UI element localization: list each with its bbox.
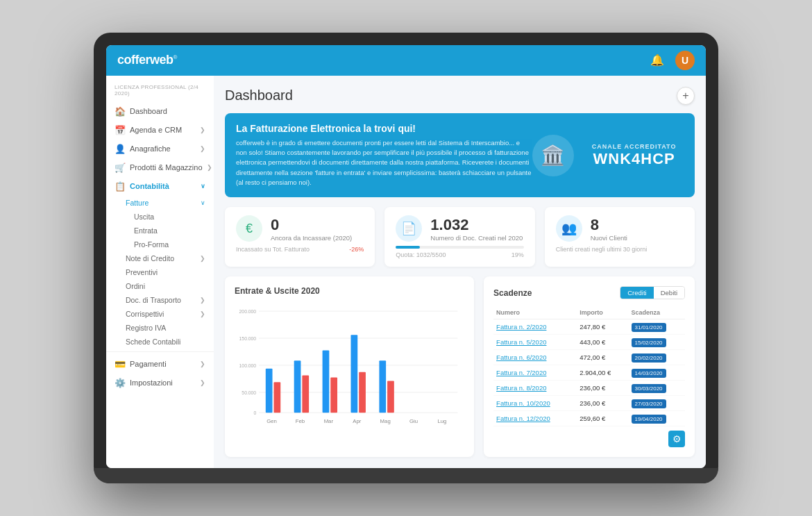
chevron-anagrafiche: ❯ <box>200 145 205 152</box>
svg-text:Gen: Gen <box>267 418 277 424</box>
col-scadenza: Scadenza <box>629 306 685 319</box>
tab-crediti[interactable]: Crediti <box>620 287 653 299</box>
chart-title: Entrate & Uscite 2020 <box>235 286 464 296</box>
sidebar-item-registro-iva[interactable]: Registro IVA <box>126 321 214 335</box>
sidebar-license: LICENZA PROFESSIONAL (2/4 2020) <box>106 81 214 102</box>
notification-bell[interactable]: 🔔 <box>648 51 667 70</box>
fattura-link-2[interactable]: Fattura n. 6/2020 <box>493 350 577 365</box>
bottom-row: Entrate & Uscite 2020 200.000 <box>225 276 695 457</box>
sidebar-label-entrata: Entrata <box>134 226 158 235</box>
add-button[interactable]: + <box>677 87 695 105</box>
sidebar-label-dashboard: Dashboard <box>130 107 167 115</box>
sidebar-item-doc-trasporto[interactable]: Doc. di Trasporto ❯ <box>126 293 214 307</box>
dashboard-icon: 🏠 <box>115 106 126 117</box>
sidebar-label-uscita: Uscita <box>134 213 154 221</box>
svg-text:0: 0 <box>253 410 256 415</box>
fattura-link-1[interactable]: Fattura n. 5/2020 <box>493 335 577 350</box>
svg-rect-17 <box>359 372 366 413</box>
sidebar-item-prodotti[interactable]: 🛒 Prodotti & Magazzino ❯ <box>106 158 214 177</box>
sidebar-label-prodotti: Prodotti & Magazzino <box>130 163 203 172</box>
col-importo: Importo <box>577 306 628 319</box>
sidebar-sub-contabilita: Fatture ∨ Uscita Entrata Pro-Forma <box>106 196 214 349</box>
svg-text:100.000: 100.000 <box>239 363 257 368</box>
col-numero: Numero <box>493 306 577 319</box>
svg-rect-13 <box>302 376 309 413</box>
contabilita-icon: 📋 <box>115 181 126 192</box>
fattura-link-5[interactable]: Fattura n. 10/2020 <box>493 396 577 411</box>
svg-text:Lug: Lug <box>437 418 446 424</box>
svg-rect-19 <box>387 381 394 413</box>
chart-card: Entrate & Uscite 2020 200.000 <box>225 276 474 457</box>
chevron-doc: ❯ <box>200 297 205 303</box>
sidebar-label-proforma: Pro-Forma <box>134 240 169 249</box>
stat-label-clienti: Nuovi Clienti <box>591 234 627 242</box>
chevron-fatture: ∨ <box>201 199 205 206</box>
sidebar-item-preventivi[interactable]: Preventivi <box>126 265 214 279</box>
sidebar-item-ordini[interactable]: Ordini <box>126 279 214 293</box>
progress-bar-wrap <box>396 246 523 249</box>
stat-card-incassare: € 0 Ancora da Incassare (2020) Incassato… <box>225 207 375 267</box>
promo-body: cofferweb è in grado di emettere documen… <box>236 138 532 188</box>
stat-label-incassare: Ancora da Incassare (2020) <box>271 234 352 242</box>
fattura-link-4[interactable]: Fattura n. 8/2020 <box>493 381 577 396</box>
sidebar-item-agenda[interactable]: 📅 Agenda e CRM ❯ <box>106 121 214 140</box>
stat-top-incassare: € 0 Ancora da Incassare (2020) <box>236 215 364 242</box>
sidebar-label-doc-trasporto: Doc. di Trasporto <box>126 296 181 304</box>
sidebar-label-fatture: Fatture <box>126 199 149 207</box>
sidebar-item-impostazioni[interactable]: ⚙️ Impostazioni ❯ <box>106 374 214 392</box>
scadenze-title: Scadenze <box>493 288 532 298</box>
tab-group-scadenze: Crediti Debiti <box>620 286 685 299</box>
fattura-link-0[interactable]: Fattura n. 2/2020 <box>493 319 577 335</box>
promo-logo: 🏛️ <box>532 135 574 176</box>
user-avatar[interactable]: U <box>675 51 695 70</box>
sidebar-item-note-credito[interactable]: Note di Credito ❯ <box>126 251 214 265</box>
chevron-corr: ❯ <box>200 310 205 317</box>
fattura-date-4: 30/03/2020 <box>629 381 685 396</box>
sidebar-item-dashboard[interactable]: 🏠 Dashboard <box>106 102 214 121</box>
euro-icon: € <box>236 215 262 242</box>
tab-debiti[interactable]: Debiti <box>654 287 684 299</box>
svg-rect-12 <box>294 360 301 413</box>
chevron-contabilita: ∨ <box>201 183 205 190</box>
sidebar-label-ordini: Ordini <box>126 282 145 290</box>
sidebar-item-schede-contabili[interactable]: Schede Contabili <box>126 335 214 349</box>
fattura-date-1: 15/02/2020 <box>629 335 685 350</box>
table-row: Fattura n. 12/2020 259,60 € 19/04/2020 <box>493 411 685 426</box>
sidebar-item-proforma[interactable]: Pro-Forma <box>134 238 214 251</box>
stat-sub-docs: Quota: 1032/5500 19% <box>396 251 523 258</box>
table-row: Fattura n. 5/2020 443,00 € 15/02/2020 <box>493 335 685 350</box>
sidebar-item-pagamenti[interactable]: 💳 Pagamenti ❯ <box>106 355 214 374</box>
stat-sub-incassare: Incassato su Tot. Fatturato -26% <box>236 246 364 253</box>
pagamenti-icon: 💳 <box>115 359 126 369</box>
table-row: Fattura n. 10/2020 236,00 € 27/03/2020 <box>493 396 685 411</box>
svg-rect-10 <box>266 369 273 413</box>
fattura-link-6[interactable]: Fattura n. 12/2020 <box>493 411 577 426</box>
gear-button[interactable]: ⚙ <box>668 431 685 447</box>
sidebar-item-entrata[interactable]: Entrata <box>134 224 214 238</box>
svg-text:50.000: 50.000 <box>242 390 256 395</box>
sidebar-item-corrispettivi[interactable]: Corrispettivi ❯ <box>126 307 214 321</box>
agenda-icon: 📅 <box>115 125 126 135</box>
sidebar-item-contabilita[interactable]: 📋 Contabilità ∨ <box>106 177 214 196</box>
sidebar-label-agenda: Agenda e CRM <box>130 126 182 134</box>
sidebar-item-uscita[interactable]: Uscita <box>134 210 214 224</box>
fattura-date-0: 31/01/2020 <box>629 319 685 335</box>
stat-num-docs: 1.032 <box>430 216 523 234</box>
fattura-link-3[interactable]: Fattura n. 7/2020 <box>493 365 577 381</box>
fattura-amount-6: 259,60 € <box>577 411 628 426</box>
sidebar-item-anagrafiche[interactable]: 👤 Anagrafiche ❯ <box>106 140 214 158</box>
quota-pct: 19% <box>511 251 524 258</box>
svg-rect-15 <box>330 378 337 413</box>
scadenze-card: Scadenze Crediti Debiti Numero Importo <box>484 276 695 457</box>
fattura-date-3: 14/03/2020 <box>629 365 685 381</box>
svg-text:150.000: 150.000 <box>239 336 257 341</box>
main-content: Dashboard + La Fatturazione Elettronica … <box>214 76 706 468</box>
progress-bar-fill <box>396 246 420 249</box>
svg-rect-16 <box>350 335 357 413</box>
fattura-date-6: 19/04/2020 <box>629 411 685 426</box>
sidebar-item-fatture[interactable]: Fatture ∨ <box>126 196 214 210</box>
sidebar-label-contabilita: Contabilità <box>130 182 169 190</box>
svg-text:Mag: Mag <box>380 418 391 424</box>
scadenze-header-row: Numero Importo Scadenza <box>493 306 685 319</box>
fattura-date-5: 27/03/2020 <box>629 396 685 411</box>
